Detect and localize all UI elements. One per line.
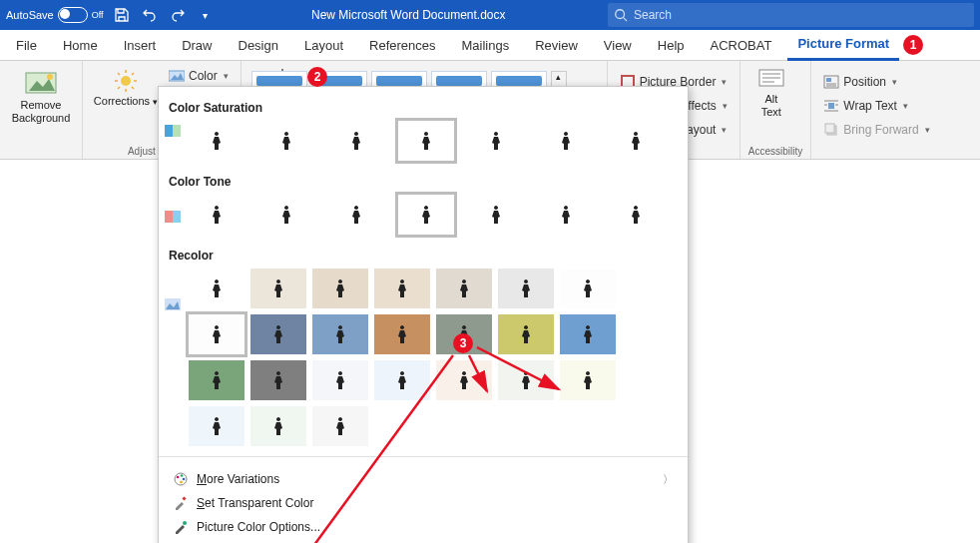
saturation-row <box>189 121 678 160</box>
callout-1: 1 <box>903 35 923 55</box>
svg-point-5 <box>121 76 131 86</box>
svg-line-12 <box>118 87 120 89</box>
color-icon <box>169 69 185 83</box>
bring-forward-button[interactable]: Bring Forward <box>819 119 933 141</box>
title-bar: AutoSave Off ▾ New Microsoft Word Docume… <box>0 0 980 30</box>
save-icon[interactable] <box>112 5 132 25</box>
document-title: New Microsoft Word Document.docx <box>216 8 602 22</box>
brightness-icon <box>112 69 140 93</box>
alt-text-icon <box>758 69 784 91</box>
saturation-option[interactable] <box>398 121 454 160</box>
saturation-preset-icon <box>165 125 181 141</box>
svg-point-4 <box>47 74 53 80</box>
color-button[interactable]: Color <box>165 65 233 87</box>
undo-icon[interactable] <box>140 5 160 25</box>
tab-acrobat[interactable]: ACROBAT <box>701 30 782 60</box>
tab-file[interactable]: File <box>6 30 47 60</box>
search-input[interactable]: Search <box>608 3 974 27</box>
tab-picture-format[interactable]: Picture Format <box>787 29 899 61</box>
group-label-accessibility: Accessibility <box>748 144 802 157</box>
wrap-text-button[interactable]: Wrap Text <box>819 95 933 117</box>
search-icon <box>614 8 628 22</box>
position-icon <box>823 74 839 90</box>
tab-draw[interactable]: Draw <box>172 30 222 60</box>
saturation-option[interactable] <box>258 121 314 160</box>
ribbon-tabs: File Home Insert Draw Design Layout Refe… <box>0 30 980 61</box>
tab-mailings[interactable]: Mailings <box>452 30 520 60</box>
alt-text-button[interactable]: Alt Text <box>748 65 794 118</box>
qat-dropdown-icon[interactable]: ▾ <box>196 5 216 25</box>
wrap-icon <box>823 98 839 114</box>
tab-references[interactable]: References <box>359 30 445 60</box>
svg-rect-27 <box>826 78 831 82</box>
svg-rect-36 <box>825 124 834 133</box>
tab-view[interactable]: View <box>594 30 642 60</box>
position-button[interactable]: Position <box>819 71 933 93</box>
svg-line-1 <box>624 18 628 22</box>
tab-insert[interactable]: Insert <box>114 30 167 60</box>
svg-rect-37 <box>165 125 173 137</box>
tab-help[interactable]: Help <box>648 30 695 60</box>
saturation-option[interactable] <box>608 121 664 160</box>
tab-layout[interactable]: Layout <box>294 30 353 60</box>
svg-point-0 <box>616 10 625 19</box>
tab-home[interactable]: Home <box>53 30 108 60</box>
section-color-saturation: Color Saturation <box>169 101 678 115</box>
saturation-option[interactable] <box>328 121 384 160</box>
corrections-button[interactable]: Corrections ▾ <box>91 65 161 111</box>
tab-design[interactable]: Design <box>229 30 288 60</box>
color-dropdown: Color Saturation Color Tone Recolor More… <box>158 86 689 160</box>
saturation-option[interactable] <box>189 121 245 160</box>
svg-line-13 <box>132 73 134 75</box>
remove-background-button[interactable]: Remove Background <box>8 65 74 124</box>
svg-line-10 <box>118 73 120 75</box>
gallery-up-icon[interactable]: ▴ <box>552 72 566 87</box>
remove-bg-icon <box>25 69 57 97</box>
saturation-option[interactable] <box>538 121 594 160</box>
svg-rect-38 <box>173 125 181 137</box>
svg-rect-30 <box>828 103 834 109</box>
bring-forward-icon <box>823 122 839 138</box>
callout-2: 2 <box>307 67 327 87</box>
autosave-toggle[interactable]: AutoSave Off <box>6 7 104 23</box>
toggle-off-icon <box>58 7 88 23</box>
saturation-option[interactable] <box>468 121 524 160</box>
tab-review[interactable]: Review <box>525 30 588 60</box>
group-arrange: Position Wrap Text Bring Forward <box>811 61 941 159</box>
svg-line-11 <box>132 87 134 89</box>
redo-icon[interactable] <box>168 5 188 25</box>
group-accessibility: Alt Text Accessibility <box>740 61 811 159</box>
